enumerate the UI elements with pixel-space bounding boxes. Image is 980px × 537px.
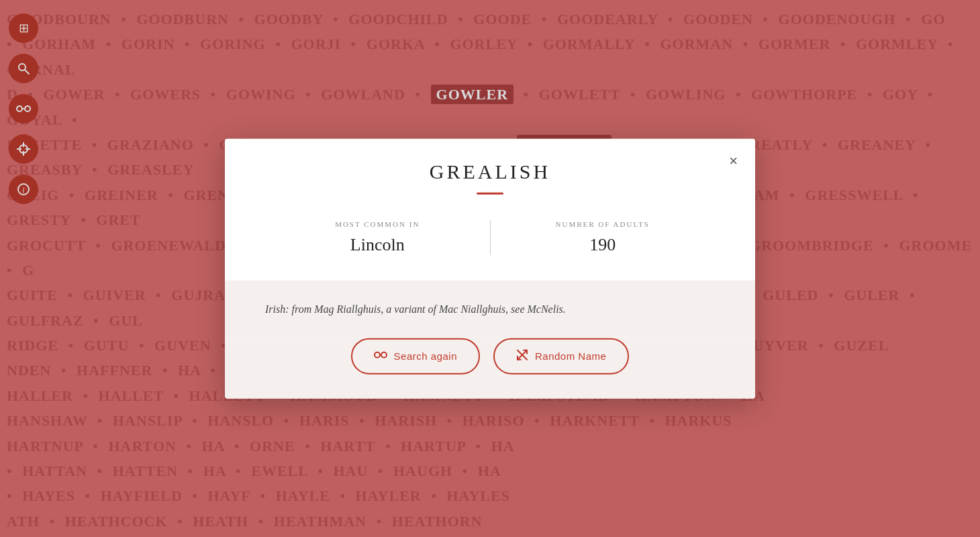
modal-info-text: Irish: from Mag Riallghuis, a variant of… — [265, 301, 715, 318]
svg-point-12 — [375, 352, 380, 357]
random-name-icon — [516, 348, 528, 363]
svg-point-13 — [381, 352, 387, 357]
search-again-button[interactable]: Search again — [351, 338, 480, 374]
modal: × GREALISH MOST COMMON IN Lincoln NUMBER… — [225, 139, 755, 399]
modal-stats: MOST COMMON IN Lincoln NUMBER OF ADULTS … — [225, 195, 755, 281]
most-common-in-value: Lincoln — [279, 235, 477, 255]
modal-actions: Search again Random Name — [225, 338, 755, 398]
number-of-adults-block: NUMBER OF ADULTS 190 — [491, 213, 716, 262]
modal-header: × GREALISH — [225, 139, 755, 195]
random-name-button[interactable]: Random Name — [493, 338, 629, 374]
modal-info-section: Irish: from Mag Riallghuis, a variant of… — [225, 281, 755, 338]
number-of-adults-label: NUMBER OF ADULTS — [504, 220, 702, 228]
search-again-icon — [374, 349, 387, 362]
close-button[interactable]: × — [724, 151, 743, 171]
modal-title-divider — [477, 193, 503, 195]
most-common-in-block: MOST COMMON IN Lincoln — [265, 213, 490, 262]
search-again-label: Search again — [394, 350, 457, 362]
number-of-adults-value: 190 — [504, 235, 702, 255]
most-common-in-label: MOST COMMON IN — [279, 220, 477, 228]
modal-title: GREALISH — [252, 160, 728, 183]
random-name-label: Random Name — [535, 350, 606, 362]
